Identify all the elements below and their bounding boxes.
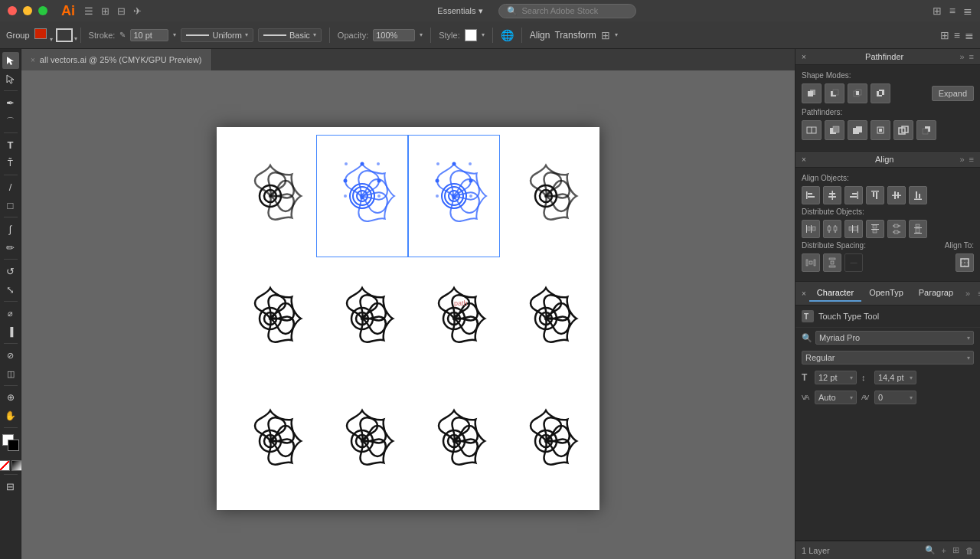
- distribute-bottom-btn[interactable]: [909, 220, 927, 238]
- align-collapse-icon[interactable]: ×: [802, 155, 806, 164]
- layer-search-icon[interactable]: 🔍: [925, 545, 936, 555]
- font-search-icon[interactable]: 🔍: [802, 333, 812, 343]
- minus-back-btn[interactable]: [916, 120, 936, 140]
- arrange-icon[interactable]: ⊞: [933, 5, 942, 17]
- style-swatch[interactable]: [465, 29, 477, 41]
- distribute-space-v-btn[interactable]: [823, 253, 841, 272]
- layer-arrange-icon[interactable]: ⊞: [952, 545, 959, 555]
- opacity-arrow[interactable]: ▾: [420, 31, 423, 38]
- close-button[interactable]: [8, 6, 17, 15]
- canvas-scroll[interactable]: path: [21, 70, 795, 559]
- align-center-h-btn[interactable]: [823, 186, 841, 204]
- gradient-swatch[interactable]: [11, 460, 22, 471]
- distribute-right-btn[interactable]: [844, 220, 863, 238]
- distribute-left-btn[interactable]: [802, 220, 820, 238]
- layer-new-icon[interactable]: +: [942, 546, 946, 555]
- stock-search[interactable]: 🔍 Search Adobe Stock: [498, 4, 636, 18]
- tracking-arrow[interactable]: ▾: [910, 394, 913, 401]
- hide-panels-icon[interactable]: ≡: [954, 29, 960, 41]
- kerning-input[interactable]: Auto ▾: [815, 391, 857, 404]
- more-options-icon[interactable]: ≣: [965, 29, 974, 41]
- rotate-tool[interactable]: ↺: [2, 263, 19, 280]
- curvature-tool[interactable]: ⌒: [2, 113, 19, 129]
- tab-character[interactable]: Character: [809, 285, 861, 302]
- distribute-center-v-btn[interactable]: [887, 220, 906, 238]
- align-top-btn[interactable]: [866, 186, 884, 204]
- align-right-btn[interactable]: [844, 186, 863, 204]
- character-more-icon[interactable]: »: [961, 286, 975, 301]
- align-to-selection-btn[interactable]: [956, 253, 974, 272]
- font-style-dropdown[interactable]: Regular ▾: [802, 351, 974, 364]
- divide-btn[interactable]: [802, 120, 822, 140]
- font-size-input[interactable]: 12 pt ▾: [815, 371, 857, 384]
- pathfinder-menu-icon[interactable]: ≡: [969, 52, 974, 61]
- fill-arrow[interactable]: ▾: [50, 36, 53, 43]
- arrange-panels-icon[interactable]: ⊞: [940, 29, 949, 41]
- blend-mode-selector[interactable]: Basic ▾: [258, 28, 322, 42]
- gradient-tool[interactable]: ◫: [2, 365, 19, 382]
- document-tab[interactable]: × all vectors.ai @ 25% (CMYK/GPU Preview…: [21, 49, 212, 70]
- globe-btn[interactable]: 🌐: [501, 29, 514, 41]
- select-tool[interactable]: [2, 52, 19, 69]
- paintbrush-tool[interactable]: ∫: [2, 221, 19, 237]
- blend-arrow[interactable]: ▾: [313, 31, 316, 38]
- transform-arrow[interactable]: ▾: [615, 31, 618, 38]
- intersect-btn[interactable]: [848, 83, 867, 103]
- menu-icon[interactable]: ☰: [84, 5, 93, 17]
- stroke-arrow[interactable]: ▾: [74, 35, 77, 42]
- character-menu-icon[interactable]: ≡: [975, 286, 980, 301]
- panels-icon[interactable]: ⊞: [101, 5, 109, 17]
- fill-swatch[interactable]: ▾: [34, 28, 51, 42]
- properties-icon[interactable]: ≡: [949, 5, 956, 17]
- eyedropper-tool[interactable]: ⊘: [2, 347, 19, 364]
- type-tool[interactable]: T: [2, 136, 19, 153]
- pathfinder-expand-icon[interactable]: »: [959, 52, 964, 61]
- trim-btn[interactable]: [825, 120, 844, 140]
- crop-btn[interactable]: [871, 120, 890, 140]
- align-dot[interactable]: ×: [802, 289, 806, 298]
- workspace-icon[interactable]: ⊟: [117, 5, 126, 17]
- style-arrow[interactable]: ▾: [482, 31, 485, 38]
- zoom-tool[interactable]: ⊕: [2, 389, 19, 406]
- scale-tool[interactable]: ⤡: [2, 281, 19, 298]
- unite-btn[interactable]: [802, 83, 822, 103]
- minus-front-btn[interactable]: [825, 83, 844, 103]
- distribute-top-btn[interactable]: [866, 220, 884, 238]
- tab-paragraph[interactable]: Paragrap: [911, 285, 961, 302]
- kerning-arrow[interactable]: ▾: [850, 394, 853, 401]
- none-swatch[interactable]: [0, 460, 10, 471]
- align-left-btn[interactable]: [802, 186, 820, 204]
- rect-tool[interactable]: □: [2, 197, 19, 214]
- distribute-center-h-btn[interactable]: [823, 220, 841, 238]
- touch-type-tool[interactable]: T̃: [2, 155, 19, 172]
- essentials-dropdown[interactable]: Essentials ▾: [437, 6, 483, 16]
- maximize-button[interactable]: [38, 6, 47, 15]
- align-center-v-btn[interactable]: [887, 186, 906, 204]
- align-bottom-btn[interactable]: [909, 186, 927, 204]
- merge-btn[interactable]: [848, 120, 867, 140]
- graph-tool[interactable]: ▐: [2, 323, 19, 340]
- chevron-stroke[interactable]: ▾: [173, 31, 176, 38]
- panel-toggle-icon[interactable]: ≣: [963, 5, 972, 17]
- expand-button[interactable]: Expand: [932, 86, 974, 101]
- change-screen-mode[interactable]: ⊟: [2, 478, 19, 495]
- background-color[interactable]: [8, 440, 19, 451]
- pathfinder-collapse-icon[interactable]: ×: [802, 53, 806, 61]
- align-menu-icon[interactable]: ≡: [969, 155, 974, 164]
- font-size-arrow[interactable]: ▾: [850, 374, 853, 381]
- line-tool[interactable]: /: [2, 178, 19, 195]
- tab-opentype[interactable]: OpenTyp: [861, 285, 911, 302]
- direct-select-tool[interactable]: [2, 70, 19, 87]
- stroke-type-arrow[interactable]: ▾: [245, 31, 248, 38]
- pencil-tool[interactable]: ✏: [2, 239, 19, 256]
- font-name-dropdown[interactable]: Myriad Pro ▾: [815, 331, 974, 345]
- layer-delete-icon[interactable]: 🗑: [965, 546, 974, 555]
- hand-tool[interactable]: ✋: [2, 407, 19, 424]
- outline-btn[interactable]: [893, 120, 913, 140]
- opacity-input[interactable]: 100%: [373, 29, 415, 41]
- pen-tool[interactable]: ✒: [2, 94, 19, 111]
- leading-arrow[interactable]: ▾: [910, 374, 913, 381]
- tracking-input[interactable]: 0 ▾: [874, 391, 916, 404]
- align-expand-icon[interactable]: »: [959, 155, 964, 164]
- transform-more[interactable]: ⊞: [601, 29, 610, 41]
